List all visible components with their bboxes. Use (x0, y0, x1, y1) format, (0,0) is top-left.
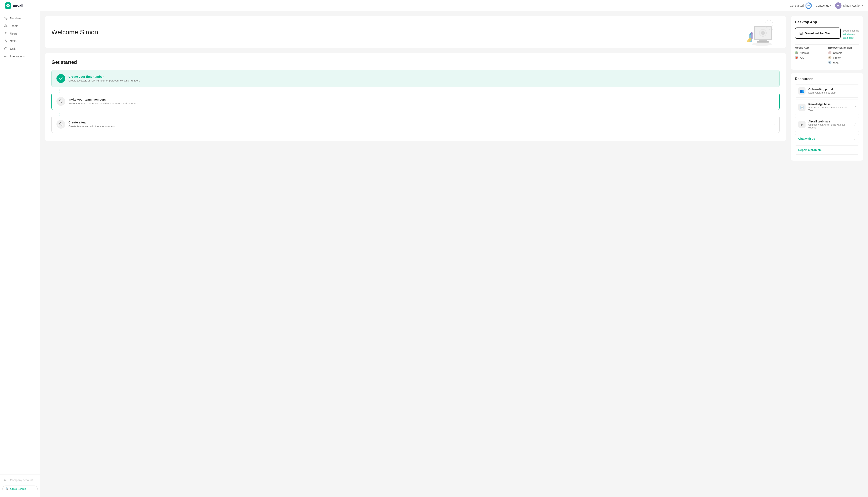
sidebar-item-users[interactable]: Users (0, 30, 40, 37)
step-check-icon (56, 74, 65, 83)
step-title: Create a team (69, 120, 770, 124)
sidebar-item-label-stats: Stats (10, 40, 16, 43)
sidebar-item-label-calls: Calls (10, 47, 16, 51)
edge-link[interactable]: ● Edge (828, 61, 859, 64)
sidebar-item-calls[interactable]: Calls (0, 45, 40, 53)
sidebar-item-label-numbers: Numbers (10, 17, 22, 20)
step-create-team[interactable]: Create a team Create teams and add them … (52, 116, 780, 133)
onboarding-icon: 👥 (798, 87, 805, 95)
company-icon (4, 478, 8, 482)
report-problem-link[interactable]: Report a problem ⤴ (795, 145, 859, 155)
user-name: Simon Kestler (843, 4, 860, 7)
webinars-item[interactable]: ▶ Aircall Webinars Upgrade your Aircall … (795, 117, 859, 132)
content-area: Welcome Simon (40, 11, 868, 497)
resources-section: Resources 👥 Onboarding portal Learn Airc… (791, 73, 863, 160)
svg-rect-15 (751, 32, 753, 34)
svg-rect-14 (751, 33, 753, 39)
webinars-icon: ▶ (798, 121, 805, 128)
team-icon (56, 120, 65, 129)
app-wrapper: aircall Get started 2/3 Contact us ▾ SK … (0, 0, 868, 497)
report-link-text: Report a problem (798, 148, 822, 152)
knowledge-base-item[interactable]: 📄 Knowledge base Advice and answers from… (795, 100, 859, 115)
desktop-app-section: Desktop App ⊞ Download for Mac Looking f… (791, 16, 863, 70)
desktop-app-title: Desktop App (795, 20, 859, 24)
welcome-title: Welcome Simon (52, 29, 98, 36)
svg-point-1 (5, 32, 6, 33)
ios-icon: 🍎 (795, 56, 798, 59)
android-link[interactable]: 🤖 Android (795, 51, 826, 54)
progress-circle: 2/3 (805, 2, 812, 9)
sidebar-item-label-integrations: Integrations (10, 55, 25, 58)
step-connector (59, 89, 59, 93)
chrome-icon: ● (828, 51, 831, 54)
sidebar-item-stats[interactable]: Stats (0, 37, 40, 45)
edge-icon: ● (828, 61, 831, 64)
firefox-link[interactable]: ● Firefox (828, 56, 859, 59)
svg-point-0 (5, 25, 6, 26)
web-app-link[interactable]: Web app? (843, 37, 854, 39)
resources-title: Resources (795, 77, 859, 81)
resource-desc: Advice and answers from the Aircall Team (808, 106, 852, 112)
get-started-label: Get started (790, 4, 804, 7)
contact-us-button[interactable]: Contact us ▾ (816, 4, 831, 7)
teams-icon (4, 24, 8, 28)
logo: aircall (5, 2, 23, 9)
progress-text: 2/3 (806, 3, 811, 8)
integrations-icon (4, 55, 8, 58)
welcome-card: Welcome Simon (45, 16, 786, 48)
windows-link[interactable]: Windows (843, 33, 853, 36)
windows-web-links: Looking for the Windows or Web app? (843, 29, 859, 40)
svg-point-3 (5, 56, 6, 57)
company-account-label: Company account (10, 479, 33, 482)
resource-title: Aircall Webinars (808, 120, 852, 123)
chat-with-us-link[interactable]: Chat with us ⤴ (795, 134, 859, 143)
onboarding-portal-item[interactable]: 👥 Onboarding portal Learn Aircall step-b… (795, 84, 859, 98)
chevron-down-icon: ▾ (862, 4, 863, 6)
phone-icon (4, 16, 8, 20)
divider (795, 44, 859, 45)
chrome-link[interactable]: ● Chrome (828, 51, 859, 54)
svg-point-4 (5, 480, 6, 481)
step-invite-team[interactable]: Invite your team members Invite your tea… (52, 93, 780, 110)
svg-point-5 (752, 43, 772, 46)
download-icon: ⊞ (799, 31, 803, 36)
external-link-icon: ⤴ (854, 89, 856, 93)
mobile-app-column: Mobile App 🤖 Android 🍎 iOS (795, 46, 826, 66)
chat-link-text: Chat with us (798, 137, 815, 140)
sidebar-item-label-teams: Teams (10, 24, 18, 28)
step-desc: Create teams and add them to numbers (69, 125, 770, 128)
sidebar-item-integrations[interactable]: Integrations (0, 53, 40, 60)
download-mac-button[interactable]: ⊞ Download for Mac (795, 28, 841, 39)
step-arrow-icon: › (773, 122, 774, 126)
external-link-icon: ⤴ (854, 137, 856, 140)
user-menu-button[interactable]: SK Simon Kestler ▾ (835, 2, 863, 9)
step-arrow-icon: › (773, 99, 774, 103)
step-create-number[interactable]: Create your first number Create a classi… (52, 70, 780, 87)
svg-point-21 (60, 123, 61, 124)
external-link-icon: ⤴ (854, 148, 856, 152)
browser-extension-column: Browser Extension ● Chrome ● Firefox (828, 46, 859, 66)
sidebar-item-teams[interactable]: Teams (0, 22, 40, 30)
step-title: Create your first number (69, 75, 774, 78)
sidebar-item-company-account[interactable]: Company account (0, 476, 40, 484)
welcome-illustration (734, 18, 774, 48)
sidebar: Numbers Teams Users Stats (0, 11, 40, 497)
ios-link[interactable]: 🍎 iOS (795, 56, 826, 59)
get-started-title: Get started (52, 59, 780, 65)
sidebar-item-numbers[interactable]: Numbers (0, 14, 40, 22)
users-icon (4, 32, 8, 35)
main-area: Numbers Teams Users Stats (0, 11, 868, 497)
get-started-button[interactable]: Get started 2/3 (790, 2, 812, 9)
step-desc: Invite your team members, add them to te… (69, 102, 770, 105)
quick-search-button[interactable]: 🔍 Quick Search (2, 485, 38, 492)
invite-icon (56, 97, 65, 106)
knowledge-icon: 📄 (798, 103, 805, 111)
resource-desc: Upgrade your Aircall skills with our exp… (808, 124, 852, 129)
step-connector (59, 112, 59, 116)
resource-info: Aircall Webinars Upgrade your Aircall sk… (808, 120, 852, 129)
step-info: Invite your team members Invite your tea… (69, 98, 770, 105)
top-bar: aircall Get started 2/3 Contact us ▾ SK … (0, 0, 868, 11)
mobile-app-title: Mobile App (795, 46, 826, 49)
avatar: SK (835, 2, 841, 9)
svg-rect-11 (757, 41, 769, 43)
